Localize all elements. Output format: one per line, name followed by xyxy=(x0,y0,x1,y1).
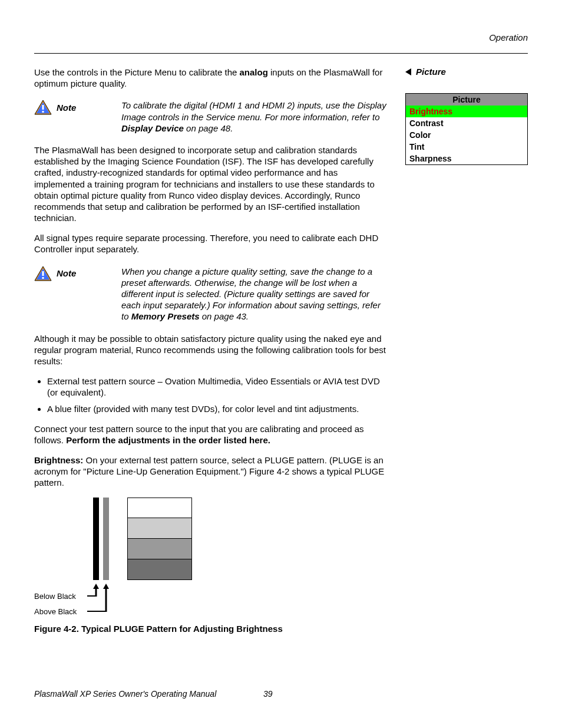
section-label: Operation xyxy=(34,32,528,42)
isf-paragraph: The PlasmaWall has been designed to inco… xyxy=(34,144,388,223)
intro-paragraph: Use the controls in the Picture Menu to … xyxy=(34,67,388,89)
connect-text-b: Perform the adjustments in the order lis… xyxy=(66,435,270,445)
note-icon xyxy=(34,100,52,115)
footer-manual-name: PlasmaWall XP Series Owner's Operating M… xyxy=(34,689,263,699)
brightness-text: On your external test pattern source, se… xyxy=(34,455,384,487)
swatch-gray xyxy=(128,538,191,559)
picture-menu: Picture Brightness Contrast Color Tint S… xyxy=(405,93,528,165)
swatch-darkgray xyxy=(128,559,191,579)
pluge-above-black-bar xyxy=(103,498,109,580)
intro-text-a: Use the controls in the Picture Menu to … xyxy=(34,67,240,77)
tool-list: External test pattern source – Ovation M… xyxy=(34,375,388,414)
note-1-label: Note xyxy=(57,103,76,113)
below-black-label: Below Black xyxy=(34,592,76,601)
note-2-text: When you change a picture quality settin… xyxy=(121,266,388,322)
menu-title: Picture xyxy=(406,94,527,106)
side-heading-text: Picture xyxy=(416,67,446,77)
menu-item-contrast[interactable]: Contrast xyxy=(406,117,527,129)
note-2-link: Memory Presets xyxy=(131,311,200,321)
note-1-text: To calibrate the digital (HDMI 1 and HDM… xyxy=(121,100,388,134)
svg-rect-2 xyxy=(42,105,44,110)
svg-marker-8 xyxy=(87,584,99,597)
menu-item-tint[interactable]: Tint xyxy=(406,141,527,153)
pluge-figure: Below Black Above Black Figure 4-2. Typi… xyxy=(34,498,388,634)
footer-page-number: 39 xyxy=(263,689,299,699)
figure-caption: Figure 4-2. Typical PLUGE Pattern for Ad… xyxy=(34,624,388,634)
note-1-text-a: To calibrate the digital (HDMI 1 and HDM… xyxy=(121,100,386,121)
connect-paragraph: Connect your test pattern source to the … xyxy=(34,423,388,446)
tool-item-2: A blue filter (provided with many test D… xyxy=(47,403,388,414)
note-2-text-c: on page 43. xyxy=(200,311,249,321)
pluge-below-black-bar xyxy=(93,498,99,580)
note-1-text-c: on page 48. xyxy=(184,123,233,133)
side-heading: Picture xyxy=(405,67,528,77)
note-2-label: Note xyxy=(57,268,76,278)
note-1-link: Display Device xyxy=(121,123,184,133)
brightness-paragraph: Brightness: On your external test patter… xyxy=(34,454,388,489)
svg-rect-6 xyxy=(42,271,44,276)
menu-item-color[interactable]: Color xyxy=(406,129,527,141)
footer: PlasmaWall XP Series Owner's Operating M… xyxy=(34,689,528,699)
note-2: Note When you change a picture quality s… xyxy=(34,266,388,322)
signal-paragraph: All signal types require separate proces… xyxy=(34,232,388,255)
menu-item-brightness[interactable]: Brightness xyxy=(406,106,527,117)
menu-item-sharpness[interactable]: Sharpness xyxy=(406,153,527,164)
divider xyxy=(34,53,528,54)
main-content: Use the controls in the Picture Menu to … xyxy=(34,67,388,647)
pluge-swatches xyxy=(127,498,192,580)
svg-rect-3 xyxy=(42,111,44,113)
svg-rect-7 xyxy=(42,277,44,279)
above-black-label: Above Black xyxy=(34,607,77,616)
brightness-heading: Brightness: xyxy=(34,455,83,465)
swatch-lightgray xyxy=(128,518,191,538)
intro-analog: analog xyxy=(240,67,268,77)
swatch-white xyxy=(128,498,191,518)
arrow-left-icon xyxy=(405,68,411,75)
tool-item-1: External test pattern source – Ovation M… xyxy=(47,375,388,398)
tools-intro: Although it may be possible to obtain sa… xyxy=(34,333,388,367)
note-icon xyxy=(34,266,52,281)
note-1: Note To calibrate the digital (HDMI 1 an… xyxy=(34,100,388,134)
